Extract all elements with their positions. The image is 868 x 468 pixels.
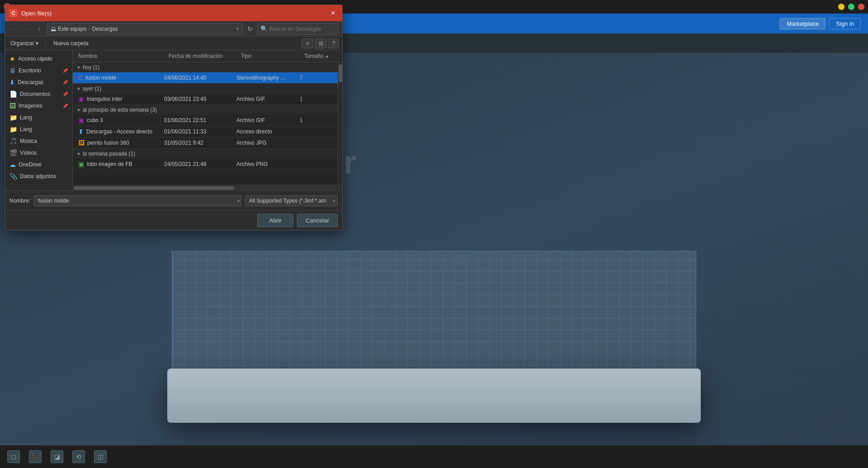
bottom-toolbar: ◻ ⬛ ◪ ⟲ ◫ (0, 445, 868, 468)
breadcrumb-expand-icon[interactable]: ▾ (236, 26, 239, 31)
sidebar-item-descargas[interactable]: ⬇ Descargas 📌 (5, 76, 72, 88)
descargas-acceso-name: Descargas - Acceso directo (86, 128, 152, 135)
sidebar-item-musica[interactable]: 🎵 Música (5, 135, 72, 147)
sidebar-item-acceso-rapido[interactable]: ★ Acceso rápido (5, 53, 72, 65)
sidebar-item-datos-adjuntos[interactable]: 📎 Datos adjuntos (5, 170, 72, 182)
sidebar-item-escritorio[interactable]: 🖥 Escritorio 📌 (5, 65, 72, 76)
group-semana-pasada-arrow[interactable]: ▼ (76, 151, 81, 156)
filetype-wrap: All Supported Types (*.3mf *.am ▾ (245, 195, 338, 206)
organize-button[interactable]: Organizar ▾ (9, 38, 40, 49)
file-row-descargas-acceso[interactable]: ⬆ Descargas - Acceso directo 01/06/2021 … (73, 126, 338, 137)
sidebar-item-imagenes[interactable]: 🖼 Imágenes 📌 (5, 100, 72, 112)
perrito-type: Archivo JPG (235, 140, 298, 146)
group-hoy-arrow[interactable]: ▼ (76, 65, 81, 70)
perrito-name: perrito fusion 360 (87, 140, 129, 146)
group-ayer-arrow[interactable]: ▼ (76, 86, 81, 91)
descargas-acceso-date: 01/06/2021 11:33 (162, 128, 235, 135)
cancel-button[interactable]: Cancelar (297, 214, 338, 227)
col-header-size[interactable]: Tamaño (302, 52, 339, 60)
fusion-molde-size: 7 (298, 75, 334, 81)
descargas-acceso-icon: ⬆ (78, 128, 84, 135)
maximize-button[interactable] (848, 4, 854, 10)
triangulos-size: 1 (298, 96, 334, 102)
group-esta-semana-arrow[interactable]: ▼ (76, 108, 81, 113)
view-grid-button[interactable]: ⊞ (315, 38, 327, 48)
file-row-fusion-molde[interactable]: C fusion molde 04/06/2021 14:40 Stereoli… (73, 72, 338, 84)
file-row-cubo3[interactable]: ▣ cubo 3 01/06/2021 22:51 Archivo GIF 1 (73, 115, 338, 126)
sidebar-item-onedrive[interactable]: ☁ OneDrive (5, 159, 72, 170)
lobo-icon: ▣ (78, 161, 84, 168)
file-row-lobo[interactable]: ▣ lobo imagen de FB 24/05/2021 21:48 Arc… (73, 159, 338, 170)
open-button[interactable]: Abrir (257, 214, 293, 227)
nav-back-button[interactable]: ← (9, 24, 19, 34)
nav-forward-button[interactable]: → (21, 24, 32, 34)
group-semana-pasada-label: la semana pasada (1) (83, 151, 135, 157)
scrollbar-thumb[interactable] (339, 64, 342, 82)
toolbar-btn-1[interactable]: ◻ (7, 450, 20, 463)
toolbar-btn-4[interactable]: ⟲ (72, 450, 85, 463)
escritorio-label: Escritorio (19, 67, 41, 74)
lang2-icon: 📁 (9, 126, 17, 133)
close-button[interactable] (858, 4, 864, 10)
imagenes-pin: 📌 (62, 104, 68, 109)
sidebar-item-lang2[interactable]: 📁 Lang (5, 123, 72, 135)
descargas-label: Descargas (18, 79, 43, 85)
file-row-triangulos[interactable]: ▣ triangulos inter 03/06/2021 23:45 Arch… (73, 94, 338, 105)
documentos-icon: 📄 (9, 90, 17, 98)
cubo3-type: Archivo GIF (235, 117, 298, 123)
new-folder-label: Nueva carpeta (53, 40, 89, 47)
marketplace-button[interactable]: Marketplace (780, 18, 826, 29)
h-scrollbar-thumb[interactable] (74, 186, 234, 190)
organize-dropdown-icon: ▾ (36, 40, 38, 47)
imagenes-icon: 🖼 (9, 102, 16, 109)
filetype-select[interactable]: All Supported Types (*.3mf *.am (245, 195, 338, 206)
breadcrumb-este-equipo[interactable]: Este equipo (58, 26, 86, 32)
organize-label: Organizar (10, 40, 34, 47)
breadcrumb-pc-icon: 💻 (51, 26, 56, 31)
sidebar-item-lang1[interactable]: 📁 Lang (5, 112, 72, 123)
dialog-sidebar: ★ Acceso rápido 🖥 Escritorio 📌 ⬇ Descarg… (5, 50, 73, 190)
nav-up-button[interactable]: ↑ (34, 24, 45, 34)
signin-button[interactable]: Sign in (829, 18, 861, 29)
filelist-scrollbar[interactable] (338, 62, 342, 185)
toolbar-btn-5[interactable]: ◫ (94, 450, 107, 463)
breadcrumb-descargas[interactable]: Descargas (92, 26, 118, 32)
dialog-resize-handle[interactable]: ⠿ (336, 224, 341, 229)
triangulos-name: triangulos inter (87, 96, 123, 102)
help-button[interactable]: ? (329, 38, 339, 48)
sidebar-item-documentos[interactable]: 📄 Documentos 📌 (5, 88, 72, 100)
documentos-pin: 📌 (62, 92, 68, 97)
group-esta-semana: ▼ al principio de esta semana (3) (73, 105, 338, 115)
dialog-close-button[interactable]: × (329, 9, 338, 18)
col-header-type[interactable]: Tipo (239, 52, 302, 60)
descargas-acceso-type: Acceso directo (235, 128, 298, 135)
lang2-label: Lang (20, 126, 32, 132)
search-input[interactable] (269, 26, 333, 32)
dialog-titlebar: C Open file(s) × (5, 5, 342, 21)
musica-icon: 🎵 (9, 137, 17, 145)
filename-label: Nombre: (9, 198, 30, 204)
fusion-molde-type: Stereolithography ... (235, 75, 298, 81)
col-header-date[interactable]: Fecha de modificación (167, 52, 239, 60)
column-headers: Nombre Fecha de modificación Tipo Tamaño (73, 50, 342, 62)
col-header-name[interactable]: Nombre (76, 52, 167, 60)
file-row-perrito[interactable]: 🖼 perrito fusion 360 31/05/2021 9:42 Arc… (73, 137, 338, 149)
group-ayer: ▼ ayer (1) (73, 84, 338, 94)
acceso-rapido-label: Acceso rápido (18, 56, 52, 62)
print-platform (163, 242, 705, 423)
lobo-name: lobo imagen de FB (87, 161, 132, 167)
filename-input[interactable] (34, 195, 241, 206)
grid-vertical (172, 251, 696, 377)
sidebar-item-videos[interactable]: 🎬 Vídeos (5, 147, 72, 159)
dialog-toolbar: Organizar ▾ Nueva carpeta ≡ ⊞ ? (5, 37, 342, 50)
minimize-button[interactable] (838, 4, 844, 10)
toolbar-btn-3[interactable]: ◪ (51, 450, 63, 463)
search-icon: 🔍 (260, 25, 268, 32)
descargas-icon: ⬇ (9, 79, 15, 86)
nav-refresh-button[interactable]: ↻ (245, 24, 255, 34)
toolbar-btn-2[interactable]: ⬛ (29, 450, 42, 463)
view-list-button[interactable]: ≡ (302, 38, 313, 48)
new-folder-button[interactable]: Nueva carpeta (52, 38, 90, 49)
escritorio-pin: 📌 (62, 68, 68, 73)
lobo-type: Archivo PNG (235, 161, 298, 167)
